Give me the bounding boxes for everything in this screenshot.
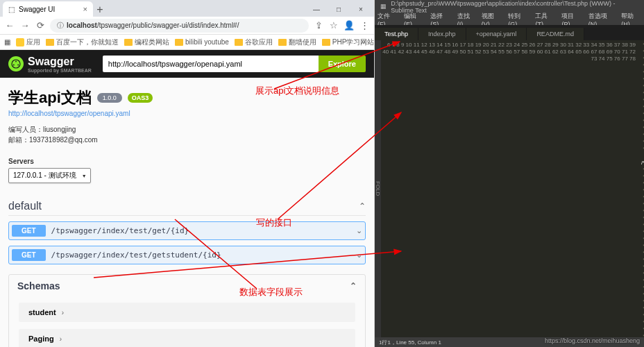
new-tab-button[interactable]: + [93,3,107,17]
svg-point-2 [13,65,15,66]
chrome-tab-strip: ⬚ Swagger UI × + — □ × [0,0,374,17]
endpoint-path: /tpswagger/index/test/getstudent/{id} [51,251,221,260]
chevron-right-icon: › [62,309,64,316]
star-icon[interactable]: ☆ [328,20,339,31]
bookmark-item[interactable]: 百度一下，你就知道 [46,37,119,47]
forward-icon[interactable]: → [19,20,31,31]
chevron-right-icon: › [60,335,62,343]
endpoint-row[interactable]: GET/tpswagger/index/test/get/{id}⌄ [8,221,366,240]
close-window-icon[interactable]: × [350,3,371,15]
chevron-down-icon: ⌄ [356,226,362,235]
schemas-header[interactable]: Schemas ⌃ [9,275,365,297]
section-default[interactable]: default ⌃ [8,197,366,216]
editor-tab[interactable]: Index.php [418,28,466,40]
info-icon: ⓘ [57,21,64,31]
bookmark-item[interactable]: 谷歌应用 [235,37,273,47]
chevron-down-icon: ⌄ [356,251,362,260]
bookmark-item[interactable]: PHP学习网站 [322,37,375,47]
chrome-browser: ⬚ Swagger UI × + — □ × ← → ⟳ ⓘ localhost… [0,0,375,347]
schema-item[interactable]: Paging› [19,329,355,347]
chevron-up-icon: ⌃ [350,281,357,291]
bookmark-item[interactable]: 翻墙使用 [278,37,316,47]
svg-point-1 [15,61,17,62]
editor-tabs: Test.phpIndex.php+openapi.yamlREADME.md [375,25,644,40]
close-icon[interactable]: × [83,5,87,13]
schema-item[interactable]: student› [19,303,355,322]
share-icon[interactable]: ⇪ [313,20,324,31]
server-select[interactable]: 127.0.0.1 - 测试环境 [8,168,91,183]
editor-tab[interactable]: README.md [527,28,584,40]
profile-icon[interactable]: 👤 [344,20,355,31]
back-icon[interactable]: ← [4,20,15,31]
address-bar: ← → ⟳ ⓘ localhost/tpswagger/public/swagg… [0,17,374,35]
swagger-url-input[interactable]: http://localhost/tpswagger/openapi.yaml [103,56,319,72]
http-method-badge: GET [12,225,46,237]
endpoint-path: /tpswagger/index/test/get/{id} [51,226,189,235]
editor-tab[interactable]: +openapi.yaml [466,28,527,40]
bookmark-item[interactable]: 编程类网站 [124,37,169,47]
maximize-icon[interactable]: □ [328,3,349,15]
reload-icon[interactable]: ⟳ [35,20,46,31]
api-title: 学生api文档 [8,87,92,108]
swagger-header: SwaggerSupported by SMARTBEAR http://loc… [0,50,374,78]
openapi-link[interactable]: http://localhost/tpswagger/openapi.yaml [8,110,366,117]
code-area[interactable]: * class=class="c-s">"c-p">@OA\openapi( *… [638,40,644,337]
tab-favicon: ⬚ [8,6,15,13]
line-gutter: 6 7 8 9 10 11 12 13 14 15 16 17 18 19 20… [381,40,638,337]
endpoint-row[interactable]: GET/tpswagger/index/test/getstudent/{id}… [8,246,366,264]
editor-menubar[interactable]: 文件(F)编辑(E)选择(S)查找(I)视图(V)转到(G)工具(T)项目(P)… [375,14,644,25]
sublime-icon: ▦ [380,3,388,11]
tab-title: Swagger UI [19,6,55,13]
version-badge: 1.0.0 [97,93,122,103]
minimize-icon[interactable]: — [306,3,327,15]
swagger-page: SwaggerSupported by SMARTBEAR http://loc… [0,50,374,347]
editor-tab[interactable]: Test.php [375,28,418,40]
bookmark-item[interactable]: bilibili youtube [175,38,229,46]
swagger-logo-icon [8,56,24,71]
svg-point-3 [17,65,19,66]
api-author: 编写人员：liusongjing [8,124,366,135]
browser-tab[interactable]: ⬚ Swagger UI × [3,1,93,17]
menu-icon[interactable]: ⋮ [359,20,370,31]
url-input[interactable]: ⓘ localhost/tpswagger/public/swagger-ui/… [50,19,309,33]
bookmarks-bar: ▦应用百度一下，你就知道编程类网站bilibili youtube谷歌应用翻墙使… [0,35,374,50]
bookmark-item[interactable]: 应用 [16,37,40,47]
chevron-up-icon: ⌃ [359,201,366,211]
servers-label: Servers [8,158,366,165]
watermark: https://blog.csdn.net/meihuasheng [545,337,640,344]
sublime-editor: ▦ D:\phpstudy_pro\WWW\tpswagger\applicat… [375,0,644,347]
http-method-badge: GET [12,249,46,261]
apps-icon[interactable]: ▦ [4,38,10,46]
oas-badge: OAS3 [128,93,153,103]
sidebar-folders[interactable]: FOLD [375,40,381,337]
swagger-logo: SwaggerSupported by SMARTBEAR [8,56,92,73]
api-email: 邮箱：1937318982@qq.com [8,135,366,145]
explore-button[interactable]: Explore [319,56,366,72]
